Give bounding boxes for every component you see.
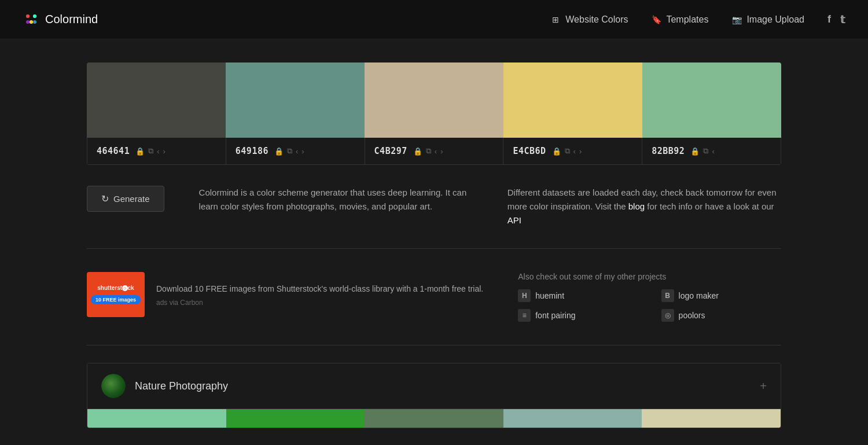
palette-code-2: 649186 🔒 ⧉ ‹ › xyxy=(226,138,365,164)
hex-3: C4B297 xyxy=(374,146,407,156)
palette-code-1: 464641 🔒 ⧉ ‹ › xyxy=(87,138,226,164)
lock-icon-4[interactable]: 🔒 xyxy=(552,147,561,156)
prev-arrow-4[interactable]: ‹ xyxy=(573,147,576,156)
nature-swatch-3[interactable] xyxy=(365,409,503,428)
code-1-icons: 🔒 ⧉ ‹ › xyxy=(135,146,165,156)
nav-image-upload[interactable]: 📷 Image Upload xyxy=(731,14,804,25)
next-arrow-1[interactable]: › xyxy=(163,147,165,156)
project-font-pairing[interactable]: ≡ font pairing xyxy=(518,309,638,322)
hex-1: 464641 xyxy=(97,146,130,156)
next-arrow-2[interactable]: › xyxy=(301,147,304,156)
grid-icon: ⊞ xyxy=(550,14,561,25)
prev-arrow-2[interactable]: ‹ xyxy=(296,147,298,156)
nav-links: ⊞ Website Colors 🔖 Templates 📷 Image Upl… xyxy=(550,14,804,25)
logo-maker-name: logo maker xyxy=(679,291,719,300)
nav-image-upload-label: Image Upload xyxy=(746,14,804,25)
font-pairing-name: font pairing xyxy=(535,311,575,320)
description-text: Colormind is a color scheme generator th… xyxy=(199,186,473,214)
divider-1 xyxy=(87,248,781,249)
nature-swatch-4[interactable] xyxy=(503,409,642,428)
swatch-4[interactable] xyxy=(503,62,642,138)
main-palette: 464641 🔒 ⧉ ‹ › 649186 🔒 ⧉ ‹ › xyxy=(87,62,781,165)
prev-arrow-1[interactable]: ‹ xyxy=(157,147,159,156)
right-description: Different datasets are loaded each day, … xyxy=(507,186,781,227)
content-section: ↻ Generate Colormind is a color scheme g… xyxy=(87,186,781,227)
divider-2 xyxy=(87,345,781,345)
social-links: f 𝕥 xyxy=(827,13,845,26)
code-5-icons: 🔒 ⧉ ‹ xyxy=(690,146,714,156)
main-content: 464641 🔒 ⧉ ‹ › 649186 🔒 ⧉ ‹ › xyxy=(87,39,781,445)
copy-icon-5[interactable]: ⧉ xyxy=(703,146,708,156)
ad-section: shutterst○ck 10 FREE images Download 10 … xyxy=(87,260,781,333)
nature-swatch-2[interactable] xyxy=(226,409,365,428)
copy-icon-4[interactable]: ⧉ xyxy=(565,146,570,156)
nav-website-colors[interactable]: ⊞ Website Colors xyxy=(550,14,628,25)
lock-icon-1[interactable]: 🔒 xyxy=(135,147,145,156)
swatch-5[interactable] xyxy=(642,62,781,138)
nature-swatch-5[interactable] xyxy=(642,409,781,428)
huemint-name: huemint xyxy=(535,291,564,300)
svg-point-4 xyxy=(33,14,36,18)
generate-button[interactable]: ↻ Generate xyxy=(87,186,164,212)
logo-text: Colormind xyxy=(45,13,98,26)
project-logo-maker[interactable]: B logo maker xyxy=(661,289,781,302)
nav-website-colors-label: Website Colors xyxy=(565,14,628,25)
hex-4: E4CB6D xyxy=(513,146,546,156)
nature-section: Nature Photography + xyxy=(87,363,781,428)
copy-icon-3[interactable]: ⧉ xyxy=(426,146,431,156)
project-huemint[interactable]: H huemint xyxy=(518,289,638,302)
nature-thumb-image xyxy=(101,374,126,398)
code-4-icons: 🔒 ⧉ ‹ › xyxy=(552,146,582,156)
svg-point-6 xyxy=(26,20,30,24)
code-3-icons: 🔒 ⧉ ‹ › xyxy=(413,146,443,156)
poolors-name: poolors xyxy=(679,311,705,320)
projects-grid: H huemint B logo maker ≡ font pairing ◎ … xyxy=(518,289,781,322)
ad-image[interactable]: shutterst○ck 10 FREE images xyxy=(87,272,145,317)
nature-swatch-1[interactable] xyxy=(87,409,226,428)
copy-icon-1[interactable]: ⧉ xyxy=(148,146,153,156)
nature-title: Nature Photography xyxy=(135,380,751,392)
palette-code-5: 82BB92 🔒 ⧉ ‹ xyxy=(642,138,781,164)
logo-maker-icon: B xyxy=(661,289,674,302)
bookmark-icon: 🔖 xyxy=(651,14,661,25)
next-arrow-3[interactable]: › xyxy=(440,147,443,156)
copy-icon-2[interactable]: ⧉ xyxy=(287,146,292,156)
nature-header: Nature Photography + xyxy=(87,363,781,409)
code-2-icons: 🔒 ⧉ ‹ › xyxy=(274,146,304,156)
api-link[interactable]: API xyxy=(507,215,521,225)
lock-icon-3[interactable]: 🔒 xyxy=(413,147,422,156)
nav-templates-label: Templates xyxy=(666,14,708,25)
swatch-1[interactable] xyxy=(87,62,226,138)
hex-5: 82BB92 xyxy=(652,146,685,156)
project-poolors[interactable]: ◎ poolors xyxy=(661,309,781,322)
prev-arrow-3[interactable]: ‹ xyxy=(435,147,437,156)
shutterstock-badge: 10 FREE images xyxy=(91,295,141,304)
blog-link[interactable]: blog xyxy=(628,201,645,211)
ad-block: shutterst○ck 10 FREE images Download 10 … xyxy=(87,272,483,317)
twitter-link[interactable]: 𝕥 xyxy=(840,13,845,26)
projects-section: Also check out some of my other projects… xyxy=(518,272,781,322)
nature-expand-button[interactable]: + xyxy=(760,380,767,393)
palette-code-4: E4CB6D 🔒 ⧉ ‹ › xyxy=(503,138,642,164)
svg-point-3 xyxy=(26,14,30,18)
palette-codes: 464641 🔒 ⧉ ‹ › 649186 🔒 ⧉ ‹ › xyxy=(87,138,781,165)
nav-templates[interactable]: 🔖 Templates xyxy=(651,14,708,25)
description: Colormind is a color scheme generator th… xyxy=(199,187,467,211)
hex-2: 649186 xyxy=(236,146,269,156)
swatch-2[interactable] xyxy=(226,62,365,138)
logo-icon xyxy=(23,12,39,28)
logo[interactable]: Colormind xyxy=(23,12,98,28)
poolors-icon: ◎ xyxy=(661,309,674,322)
projects-title: Also check out some of my other projects xyxy=(518,272,781,281)
lock-icon-5[interactable]: 🔒 xyxy=(690,147,700,156)
next-arrow-4[interactable]: › xyxy=(579,147,582,156)
swatch-3[interactable] xyxy=(365,62,503,138)
nature-swatches xyxy=(87,409,781,428)
font-pairing-icon: ≡ xyxy=(518,309,531,322)
refresh-icon: ↻ xyxy=(101,193,109,204)
lock-icon-2[interactable]: 🔒 xyxy=(274,147,284,156)
prev-arrow-5[interactable]: ‹ xyxy=(712,147,714,156)
huemint-icon: H xyxy=(518,289,531,302)
facebook-link[interactable]: f xyxy=(827,13,831,25)
ad-description: Download 10 FREE images from Shutterstoc… xyxy=(156,283,483,295)
